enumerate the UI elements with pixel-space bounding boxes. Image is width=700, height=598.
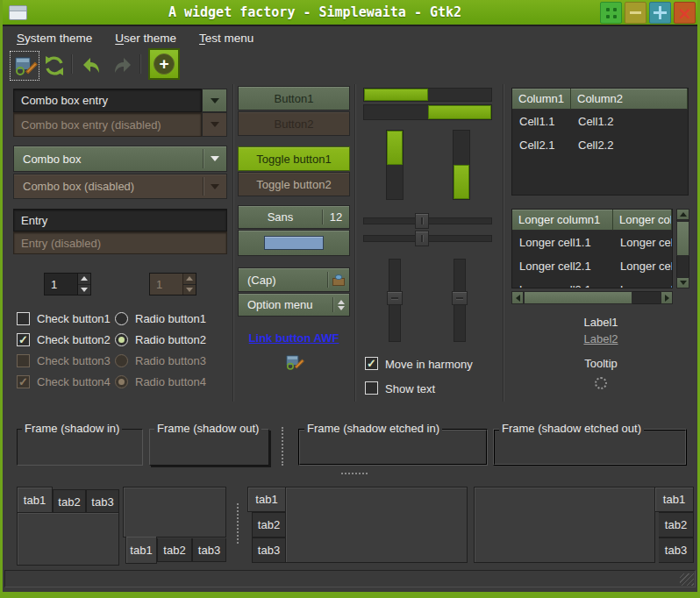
close-icon: × — [677, 4, 692, 22]
menu-system-theme[interactable]: System theme — [11, 29, 97, 47]
radio-button-2[interactable] — [115, 333, 128, 346]
check-button-3-label: Check button3 — [37, 354, 111, 367]
nb3-tab3[interactable]: tab3 — [252, 537, 285, 563]
radio-button-3-label: Radio button3 — [135, 354, 206, 367]
frame-label: Frame (shadow in) — [22, 422, 122, 435]
link-button[interactable]: Link button AWF — [238, 331, 350, 345]
spin-disabled-value: 1 — [150, 274, 182, 295]
button2-label: Button2 — [275, 117, 314, 131]
titlebar[interactable]: A widget factory - Simplewaita - Gtk2 × — [0, 0, 700, 26]
treeview-2[interactable]: Longer column1 Longer column2 Longer cel… — [511, 209, 673, 288]
combo-box-entry-arrow-button[interactable] — [202, 89, 227, 112]
cell: Longer cell2.2 — [613, 254, 672, 278]
scroll-down-button[interactable] — [676, 277, 689, 288]
arrow-left-icon — [516, 295, 520, 302]
nb3-content — [285, 487, 468, 563]
nb4-tab1[interactable]: tab1 — [655, 487, 694, 512]
nb3-tab2[interactable]: tab2 — [252, 512, 285, 537]
font-family-label: Sans — [239, 210, 322, 224]
radio-button-2-label: Radio button2 — [135, 333, 206, 346]
column-header[interactable]: Longer column2 — [613, 210, 672, 231]
vscale-2-handle[interactable] — [452, 291, 468, 305]
spin-up-button[interactable] — [78, 274, 90, 285]
vscale-1-handle[interactable] — [387, 291, 403, 305]
nb2-tab2[interactable]: tab2 — [157, 538, 192, 562]
cell: Cell2.1 — [512, 133, 571, 157]
window-menu-icon[interactable] — [9, 5, 27, 20]
tab-label: tab2 — [665, 518, 687, 531]
menu-user-theme[interactable]: User theme — [110, 29, 182, 47]
link-button-label: Link button AWF — [249, 331, 339, 345]
column-separator — [503, 84, 504, 402]
scroll-right-button[interactable] — [661, 291, 673, 304]
nb4-content — [474, 487, 655, 563]
color-button[interactable] — [238, 230, 350, 256]
radio-button-1-label: Radio button1 — [135, 312, 206, 325]
nb4-tab3[interactable]: tab3 — [659, 537, 694, 563]
menu-test-menu[interactable]: Test menu — [194, 29, 259, 47]
hscale-2-handle[interactable] — [415, 231, 429, 246]
menu-user-theme-label: ser theme — [124, 32, 176, 45]
menu-test-menu-label: est menu — [205, 32, 254, 45]
column-header[interactable]: Column2 — [571, 89, 688, 110]
vertical-scrollbar-thumb[interactable] — [676, 221, 689, 256]
nb4-tab2[interactable]: tab2 — [659, 512, 694, 537]
close-button[interactable]: × — [674, 2, 696, 24]
radio-button-1[interactable] — [115, 312, 128, 325]
entry[interactable]: Entry — [13, 209, 227, 231]
nb2-tab3[interactable]: tab3 — [192, 538, 226, 562]
nb1-tab3[interactable]: tab3 — [86, 489, 119, 513]
font-button[interactable]: Sans 12 — [238, 205, 350, 229]
horizontal-scrollbar-thumb[interactable] — [524, 291, 632, 304]
arrow-up-icon — [680, 212, 687, 217]
treeview-1[interactable]: Column1 Column2 Cell1.1 Cell1.2 Cell2.1 … — [511, 88, 689, 196]
arrow-down-icon — [186, 288, 193, 292]
toolbar-undo-button[interactable] — [78, 53, 104, 79]
resize-grip[interactable] — [680, 573, 694, 586]
arrow-up-icon — [186, 276, 193, 281]
toolbar-add-button[interactable]: + — [148, 48, 180, 80]
cap-button[interactable]: (Cap) — [238, 267, 350, 292]
nb1-tab1[interactable]: tab1 — [17, 487, 53, 513]
move-in-harmony-checkbox[interactable]: ✓ — [365, 357, 378, 370]
toolbar-separator — [139, 54, 141, 74]
scroll-up-button[interactable] — [676, 209, 689, 220]
toolbar-refresh-button[interactable] — [41, 53, 68, 79]
table-row[interactable]: Longer cell2.1 Longer cell2.2 — [512, 254, 672, 278]
nb3-tab1[interactable]: tab1 — [247, 487, 285, 512]
combo-box-entry[interactable]: Combo box entry — [13, 89, 202, 112]
table-row[interactable]: Cell2.1 Cell2.2 — [512, 133, 688, 157]
check-icon: ✓ — [367, 358, 376, 369]
nb1-tab2[interactable]: tab2 — [53, 489, 86, 513]
minimize-button[interactable] — [625, 2, 646, 24]
table-row[interactable]: Longer cell3.1 Longer cell3.2 — [512, 278, 672, 288]
column-header[interactable]: Longer column1 — [512, 210, 613, 231]
progressbar-right — [363, 104, 492, 120]
button1[interactable]: Button1 — [238, 86, 350, 110]
cell: Longer cell3.1 — [512, 278, 613, 288]
scroll-left-button[interactable] — [511, 291, 524, 304]
spin-button[interactable]: 1 — [44, 273, 91, 295]
column-separator — [354, 84, 356, 402]
check-icon: ✓ — [18, 376, 28, 388]
combo-box[interactable]: Combo box — [13, 146, 227, 172]
show-text-checkbox[interactable] — [365, 381, 378, 395]
shade-button[interactable] — [600, 2, 622, 24]
nb2-tab1[interactable]: tab1 — [125, 537, 157, 564]
table-row[interactable]: Longer cell1.1 Longer cell1.2 — [512, 231, 672, 254]
check-button-2[interactable]: ✓ — [17, 333, 30, 346]
maximize-icon — [654, 11, 667, 14]
column-header[interactable]: Column1 — [512, 89, 571, 110]
option-menu[interactable]: Option menu — [238, 293, 350, 317]
check-button-4: ✓ — [17, 375, 30, 388]
toolbar-separator — [71, 54, 73, 74]
spin-down-button[interactable] — [78, 285, 90, 295]
tab-label: tab1 — [130, 544, 152, 557]
table-row[interactable]: Cell1.1 Cell1.2 — [512, 110, 688, 133]
toggle-button1[interactable]: Toggle button1 — [238, 146, 350, 171]
toolbar-logo-button[interactable] — [11, 53, 38, 79]
frame-shadow-out: Frame (shadow out) — [149, 429, 269, 466]
check-button-1[interactable] — [17, 312, 30, 325]
hscale-1-handle[interactable] — [415, 213, 429, 229]
maximize-button[interactable] — [649, 2, 671, 24]
